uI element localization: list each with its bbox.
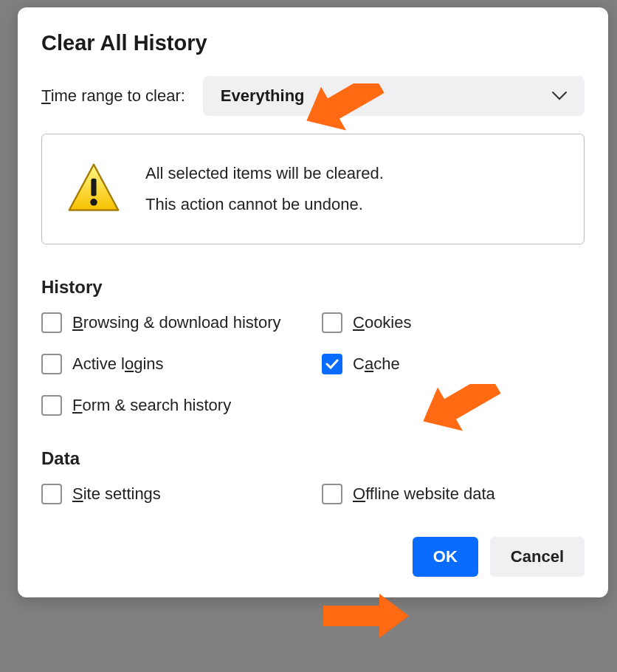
checkbox-active-logins[interactable]: Active logins	[41, 354, 322, 374]
checkbox-label: Offline website data	[353, 484, 495, 504]
checkbox-box	[41, 354, 62, 374]
checkbox-label: Browsing & download history	[72, 313, 281, 332]
checkbox-label: Form & search history	[72, 396, 231, 415]
checkbox-cache[interactable]: Cache	[322, 354, 585, 374]
checkbox-box	[322, 484, 342, 504]
warning-icon	[66, 161, 122, 217]
svg-marker-4	[323, 594, 409, 638]
time-range-label: Time range to clear:	[41, 86, 185, 106]
checkbox-box	[322, 354, 342, 374]
checkbox-label: Cookies	[353, 313, 411, 332]
svg-point-1	[90, 199, 97, 206]
warning-text: All selected items will be cleared. This…	[145, 158, 384, 220]
checkbox-label: Site settings	[72, 484, 161, 504]
warning-box: All selected items will be cleared. This…	[41, 134, 585, 244]
history-section-title: History	[41, 277, 585, 298]
checkbox-cookies[interactable]: Cookies	[322, 312, 585, 333]
time-range-value: Everything	[221, 86, 305, 106]
checkbox-label: Cache	[353, 354, 400, 374]
clear-history-dialog: Clear All History Time range to clear: E…	[18, 7, 608, 597]
dialog-title: Clear All History	[41, 31, 585, 55]
time-range-row: Time range to clear: Everything	[41, 76, 585, 116]
annotation-arrow-icon	[323, 594, 409, 638]
svg-rect-0	[91, 179, 96, 196]
checkbox-offline-data[interactable]: Offline website data	[322, 484, 585, 504]
button-row: OK Cancel	[41, 537, 585, 577]
checkbox-box	[41, 395, 62, 416]
history-checkbox-grid: Browsing & download history Cookies Acti…	[41, 312, 585, 416]
checkbox-site-settings[interactable]: Site settings	[41, 484, 322, 504]
chevron-down-icon	[552, 92, 567, 100]
cancel-button[interactable]: Cancel	[490, 537, 585, 577]
checkbox-box	[41, 484, 62, 504]
checkbox-box	[322, 312, 342, 333]
checkbox-browsing-history[interactable]: Browsing & download history	[41, 312, 322, 333]
checkbox-label: Active logins	[72, 354, 164, 374]
data-checkbox-grid: Site settings Offline website data	[41, 484, 585, 504]
time-range-select[interactable]: Everything	[203, 76, 585, 116]
checkbox-box	[41, 312, 62, 333]
ok-button[interactable]: OK	[413, 537, 478, 577]
data-section-title: Data	[41, 448, 585, 469]
checkbox-form-history[interactable]: Form & search history	[41, 395, 322, 416]
